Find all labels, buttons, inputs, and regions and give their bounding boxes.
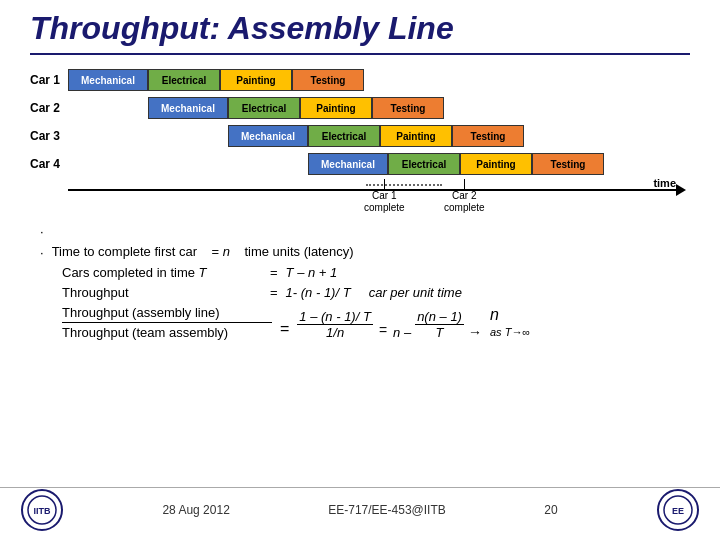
seg-testing-4: Testing	[532, 153, 604, 175]
seg-painting-1: Painting	[220, 69, 292, 91]
cars-completed-formula: T – n + 1	[286, 265, 338, 280]
seg-testing-3: Testing	[452, 125, 524, 147]
car2-complete-label: Car 2complete	[444, 190, 485, 214]
bullet-latency: · Time to complete first car = n time un…	[40, 244, 690, 260]
seg-electrical-1: Electrical	[148, 69, 220, 91]
timeline-area: Car 1complete Car 2complete time	[68, 179, 690, 215]
car-row-1: Car 1 Mechanical Electrical Painting Tes…	[30, 67, 690, 93]
car1-complete-label: Car 1complete	[364, 190, 405, 214]
car-label-2: Car 2	[30, 101, 68, 115]
footer: IITB 28 Aug 2012 EE-717/EE-453@IITB 20 E…	[0, 487, 720, 532]
page-title: Throughput: Assembly Line	[30, 10, 690, 47]
seg-electrical-2: Electrical	[228, 97, 300, 119]
car-row-3: Car 3 Mechanical Electrical Painting Tes…	[30, 123, 690, 149]
throughput-team-assembly-label: Throughput (team assembly)	[62, 323, 272, 340]
throughput-comparison: Throughput (assembly line) Throughput (t…	[40, 305, 690, 340]
car-label-3: Car 3	[30, 129, 68, 143]
result-sub: as T→∞	[490, 326, 530, 340]
dotted-interval	[366, 184, 442, 186]
footer-course: EE-717/EE-453@IITB	[328, 503, 446, 517]
cars-completed-label: Cars completed in time T	[62, 265, 262, 280]
latency-label: Time to complete first car = n time unit…	[52, 244, 354, 259]
timeline-arrow	[676, 184, 686, 196]
car2-tick	[464, 179, 466, 189]
frac2-den: T	[434, 325, 446, 340]
footer-date: 28 Aug 2012	[162, 503, 229, 517]
time-label: time	[653, 177, 676, 189]
bullet-symbol-2: ·	[40, 245, 44, 260]
svg-text:IITB: IITB	[34, 506, 51, 516]
formula-throughput: Throughput = 1- (n - 1)/ T car per unit …	[40, 285, 690, 300]
frac1-num: 1 – (n - 1)/ T	[297, 309, 373, 325]
seg-testing-2: Testing	[372, 97, 444, 119]
logo-left: IITB	[20, 488, 64, 532]
throughput-formula: 1- (n - 1)/ T car per unit time	[286, 285, 462, 300]
frac2: n(n – 1) T	[415, 309, 464, 340]
formula-middle: n – n(n – 1) T	[393, 309, 464, 340]
seg-mechanical-2: Mechanical	[148, 97, 228, 119]
car2-complete-marker: Car 2complete	[444, 179, 485, 214]
seg-electrical-4: Electrical	[388, 153, 460, 175]
car-label-4: Car 4	[30, 157, 68, 171]
throughput-equals: =	[270, 285, 278, 300]
footer-page: 20	[544, 503, 557, 517]
formula-cars-completed: Cars completed in time T = T – n + 1	[40, 265, 690, 280]
seg-testing-1: Testing	[292, 69, 364, 91]
throughput-eq1: =	[280, 320, 289, 340]
car-row-4: Car 4 Mechanical Electrical Painting Tes…	[30, 151, 690, 177]
throughput-eq2: =	[379, 322, 387, 340]
seg-painting-3: Painting	[380, 125, 452, 147]
seg-mechanical-1: Mechanical	[68, 69, 148, 91]
logo-right: EE	[656, 488, 700, 532]
bar-car-2: Mechanical Electrical Painting Testing	[68, 97, 690, 119]
result-block: n as T→∞	[486, 306, 530, 340]
page: Throughput: Assembly Line Car 1 Mechanic…	[0, 0, 720, 540]
bar-car-4: Mechanical Electrical Painting Testing	[68, 153, 690, 175]
fraction-1: 1 – (n - 1)/ T 1/n	[297, 309, 373, 340]
cars-completed-equals: =	[270, 265, 278, 280]
car-row-2: Car 2 Mechanical Electrical Painting Tes…	[30, 95, 690, 121]
bullet-dot-only: ·	[40, 223, 690, 239]
title-underline	[30, 53, 690, 55]
seg-mechanical-4: Mechanical	[308, 153, 388, 175]
seg-painting-2: Painting	[300, 97, 372, 119]
throughput-assembly-line-label: Throughput (assembly line)	[62, 305, 272, 323]
result-n: n	[490, 306, 499, 326]
bar-car-1: Mechanical Electrical Painting Testing	[68, 69, 690, 91]
frac1-den: 1/n	[324, 325, 346, 340]
seg-mechanical-3: Mechanical	[228, 125, 308, 147]
frac2-num: n(n – 1)	[415, 309, 464, 325]
svg-text:EE: EE	[672, 506, 684, 516]
assembly-diagram: Car 1 Mechanical Electrical Painting Tes…	[30, 67, 690, 215]
car-label-1: Car 1	[30, 73, 68, 87]
formula-n-minus: n –	[393, 325, 411, 340]
throughput-label: Throughput	[62, 285, 262, 300]
throughput-label-stack: Throughput (assembly line) Throughput (t…	[62, 305, 272, 340]
bar-car-3: Mechanical Electrical Painting Testing	[68, 125, 690, 147]
seg-painting-4: Painting	[460, 153, 532, 175]
bullet-symbol-1: ·	[40, 224, 44, 239]
content-area: · · Time to complete first car = n time …	[30, 223, 690, 340]
seg-electrical-3: Electrical	[308, 125, 380, 147]
arrow-symbol: →	[468, 324, 482, 340]
